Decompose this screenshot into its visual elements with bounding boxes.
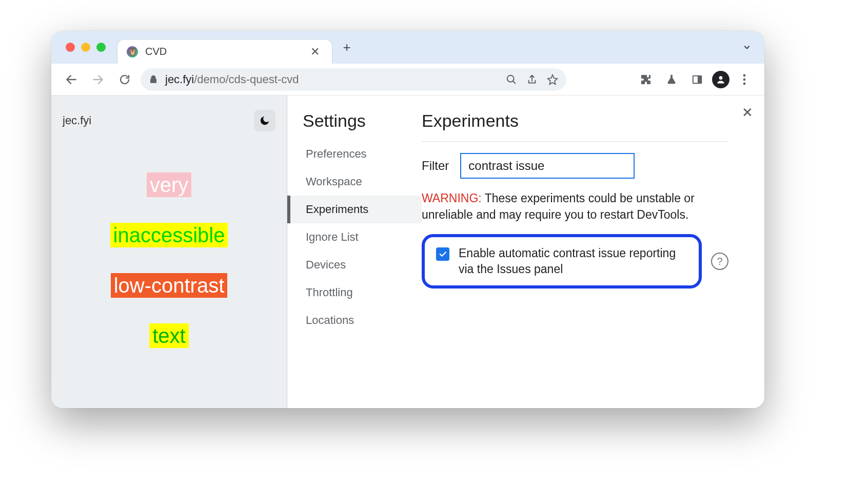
search-icon[interactable] <box>506 74 517 85</box>
settings-title: Settings <box>287 111 422 140</box>
star-icon[interactable] <box>547 74 558 85</box>
content-area: jec.fyi very inaccessible low-contrast t… <box>51 95 764 408</box>
section-title: Experiments <box>422 111 728 131</box>
toolbar: jec.fyi/demo/cds-quest-cvd <box>51 64 764 95</box>
url-domain: jec.fyi <box>165 73 194 86</box>
settings-sidebar: Settings Preferences Workspace Experimen… <box>287 95 422 408</box>
svg-point-3 <box>719 76 723 80</box>
theme-toggle-button[interactable] <box>254 110 275 131</box>
close-settings-button[interactable]: ✕ <box>742 105 753 121</box>
nav-preferences[interactable]: Preferences <box>287 140 422 168</box>
labs-button[interactable] <box>661 69 682 90</box>
reload-icon <box>119 73 131 86</box>
experiment-item[interactable]: Enable automatic contrast issue reportin… <box>422 234 702 289</box>
close-tab-button[interactable]: ✕ <box>307 44 323 60</box>
divider <box>422 141 728 142</box>
filter-input[interactable] <box>460 153 635 179</box>
flask-icon <box>666 73 677 86</box>
nav-ignore-list[interactable]: Ignore List <box>287 223 422 251</box>
nav-locations[interactable]: Locations <box>287 306 422 334</box>
tab-strip: 🦉 CVD ✕ + <box>51 31 764 64</box>
forward-button[interactable] <box>87 69 109 90</box>
settings-main: Experiments Filter WARNING: These experi… <box>422 95 764 408</box>
nav-throttling[interactable]: Throttling <box>287 279 422 306</box>
demo-word-4: text <box>149 323 188 348</box>
filter-label: Filter <box>422 159 449 173</box>
demo-word-1: very <box>147 172 192 197</box>
extensions-button[interactable] <box>635 69 657 90</box>
svg-point-5 <box>743 78 746 81</box>
reload-button[interactable] <box>114 69 135 90</box>
person-icon <box>716 74 726 85</box>
experiment-checkbox[interactable] <box>436 247 449 261</box>
close-window-button[interactable] <box>66 43 75 52</box>
tab-title: CVD <box>145 46 300 57</box>
moon-icon <box>259 115 270 126</box>
demo-word-3: low-contrast <box>111 273 228 298</box>
demo-word-2: inaccessible <box>110 223 228 247</box>
nav-workspace[interactable]: Workspace <box>287 168 422 196</box>
kebab-icon <box>743 74 746 85</box>
nav-experiments[interactable]: Experiments <box>287 196 422 223</box>
address-bar[interactable]: jec.fyi/demo/cds-quest-cvd <box>141 68 566 91</box>
puzzle-icon <box>640 73 652 86</box>
svg-point-4 <box>743 74 746 76</box>
window-controls <box>66 43 106 52</box>
nav-devices[interactable]: Devices <box>287 251 422 279</box>
svg-point-6 <box>743 82 746 85</box>
site-title: jec.fyi <box>63 114 91 127</box>
arrow-left-icon <box>65 73 78 86</box>
minimize-window-button[interactable] <box>81 43 90 52</box>
webpage: jec.fyi very inaccessible low-contrast t… <box>51 95 287 408</box>
help-button[interactable]: ? <box>711 253 728 270</box>
sidepanel-button[interactable] <box>686 69 708 90</box>
warning-text: WARNING: These experiments could be unst… <box>422 190 728 223</box>
tabs-dropdown-button[interactable] <box>737 37 757 57</box>
devtools-settings-panel: ✕ Settings Preferences Workspace Experim… <box>287 95 764 408</box>
warning-prefix: WARNING: <box>422 191 482 205</box>
browser-tab[interactable]: 🦉 CVD ✕ <box>117 39 332 64</box>
chevron-down-icon <box>742 42 752 52</box>
maximize-window-button[interactable] <box>96 43 106 52</box>
menu-button[interactable] <box>734 69 755 90</box>
new-tab-button[interactable]: + <box>337 37 357 57</box>
arrow-right-icon <box>91 73 105 86</box>
check-icon <box>438 249 447 259</box>
svg-rect-2 <box>698 75 701 83</box>
experiment-label: Enable automatic contrast issue reportin… <box>459 245 687 277</box>
panel-icon <box>692 74 703 85</box>
profile-button[interactable] <box>712 71 729 88</box>
share-icon[interactable] <box>526 74 538 85</box>
browser-window: 🦉 CVD ✕ + jec.fyi/d <box>51 31 764 408</box>
favicon-icon: 🦉 <box>127 46 138 57</box>
url-text: jec.fyi/demo/cds-quest-cvd <box>165 73 499 86</box>
url-path: /demo/cds-quest-cvd <box>194 73 299 86</box>
back-button[interactable] <box>61 69 82 90</box>
lock-icon <box>149 74 158 85</box>
